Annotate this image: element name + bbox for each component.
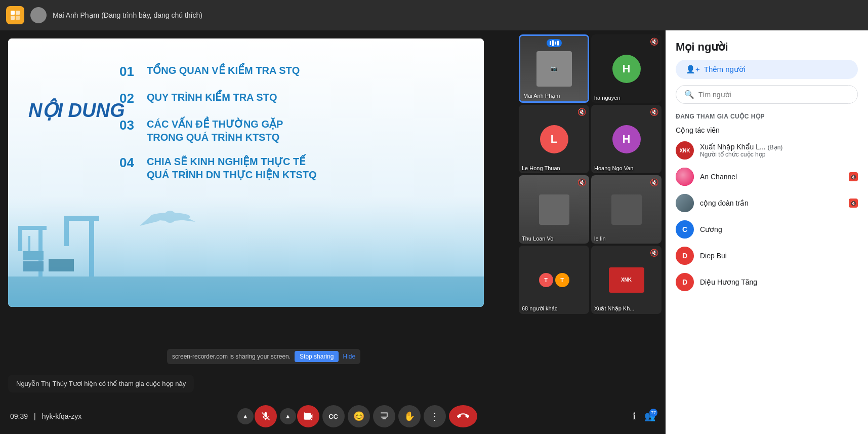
app-logo (6, 6, 24, 24)
cam-chevron-button[interactable]: ▲ (280, 408, 296, 424)
slide-item-2: 02 QUY TRÌNH KIỂM TRA STQ (119, 91, 469, 106)
meeting-id: hyk-kfqa-zyx (42, 412, 82, 420)
section-label-collaborators: Cộng tác viên (666, 123, 868, 137)
participant-role-1: Người tổ chức cuộc họp (700, 151, 858, 158)
cc-button[interactable]: CC (322, 405, 345, 427)
mic-chevron-button[interactable]: ▲ (237, 408, 254, 424)
participant-item[interactable]: D Diep Bui (672, 243, 862, 269)
slide-container: NỘI DUNG 01 TỔNG QUAN VỀ KIỂM TRA STQ 02… (8, 38, 484, 307)
current-time: 09:39 (10, 412, 28, 420)
main-content: NỘI DUNG 01 TỔNG QUAN VỀ KIỂM TRA STQ 02… (0, 30, 868, 434)
svg-rect-14 (49, 259, 74, 271)
slide-noi-dung: NỘI DUNG (28, 99, 125, 123)
add-person-label: Thêm người (704, 65, 746, 74)
search-box: 🔍 (676, 85, 858, 104)
mute-icon-le-hong-thuan: 🔇 (577, 108, 586, 116)
video-cell-ha-nguyen[interactable]: H 🔇 ha nguyen (591, 34, 662, 103)
participant-item[interactable]: C Cương (672, 216, 862, 243)
top-bar: Mai Anh Phạm (Đang trình bày, đang chú t… (0, 0, 868, 30)
item-1-num: 01 (119, 64, 140, 80)
slide-item-1: 01 TỔNG QUAN VỀ KIỂM TRA STQ (119, 64, 469, 80)
svg-rect-11 (64, 216, 99, 221)
video-name-le-hong-thuan: Le Hong Thuan (522, 165, 560, 171)
sharing-text: screen-recorder.com is sharing your scre… (172, 353, 291, 360)
participant-list: XNK Xuất Nhập Khẩu L... (Bạn) Người tổ c… (666, 137, 868, 434)
cam-group: ▲ (280, 405, 319, 427)
video-cell-thu-loan-vo[interactable]: 🔇 Thu Loan Vo (519, 175, 589, 244)
video-name-thu-loan-vo: Thu Loan Vo (522, 235, 553, 242)
section-label-joining: ĐANG THAM GIA CUỘC HỌP (666, 110, 868, 123)
svg-rect-3 (16, 16, 20, 20)
item-3-text: CÁC VẤN ĐỀ THƯỜNG GẶPTRONG QUÁ TRÌNH KTS… (147, 117, 283, 144)
svg-point-17 (164, 211, 176, 223)
video-name-hoang-ngo-van: Hoang Ngo Van (594, 165, 633, 171)
notification-toast: Nguyễn Thị Thúy Tươi hiện có thể tham gi… (8, 375, 194, 392)
video-cell-hoang-ngo-van[interactable]: H 🔇 Hoang Ngo Van (591, 105, 662, 173)
video-cell-mai-anh-pham[interactable]: 📷 Mai Anh Phạm (519, 34, 589, 103)
slide-illustration (8, 195, 484, 307)
participant-item[interactable]: XNK Xuất Nhập Khẩu L... (Bạn) Người tổ c… (672, 137, 862, 164)
participant-badge-2: 🔇 (849, 172, 858, 181)
right-panel: Mọi người 👤+ Thêm người 🔍 ĐANG THAM GIA … (666, 30, 868, 434)
participant-badge-3: 🔇 (849, 199, 858, 208)
add-person-button[interactable]: 👤+ Thêm người (676, 60, 858, 79)
item-2-text: QUY TRÌNH KIỂM TRA STQ (147, 91, 277, 104)
separator: | (34, 412, 36, 420)
emoji-button[interactable]: 😊 (348, 405, 370, 427)
video-name-mai-anh-pham: Mai Anh Phạm (523, 93, 560, 99)
mute-icon-xuat-nhap-khau: 🔇 (650, 249, 658, 257)
avatar-hoang-ngo-van: H (612, 125, 641, 153)
more-button[interactable]: ⋮ (424, 405, 446, 427)
participant-name-5: Diep Bui (700, 252, 858, 260)
video-name-le-lin: le lin (594, 235, 606, 242)
svg-rect-8 (18, 226, 22, 251)
notification-text: Nguyễn Thị Thúy Tươi hiện có thể tham gi… (16, 380, 186, 387)
mute-icon-ha-nguyen: 🔇 (650, 37, 658, 46)
hide-button[interactable]: Hide (343, 353, 355, 360)
participant-avatar-6: D (676, 273, 694, 291)
svg-rect-12 (64, 216, 69, 246)
mic-group: ▲ (237, 405, 277, 427)
video-name-others: 68 người khác (522, 305, 557, 312)
slide-background: NỘI DUNG 01 TỔNG QUAN VỀ KIỂM TRA STQ 02… (8, 38, 484, 307)
item-2-num: 02 (119, 91, 140, 106)
people-button[interactable]: 👥 77 (644, 411, 655, 422)
end-call-button[interactable] (449, 405, 477, 427)
slide-items: 01 TỔNG QUAN VỀ KIỂM TRA STQ 02 QUY TRÌN… (119, 64, 469, 192)
participant-name-1: Xuất Nhập Khẩu L... (Bạn) (700, 143, 858, 151)
participant-item[interactable]: D Diệu Hương Tăng (672, 269, 862, 295)
mute-icon-hoang-ngo-van: 🔇 (650, 108, 658, 116)
item-1-text: TỔNG QUAN VỀ KIỂM TRA STQ (147, 64, 300, 77)
add-person-icon: 👤+ (686, 65, 700, 74)
search-input[interactable] (698, 91, 849, 99)
item-4-text: CHIA SẼ KINH NGHIỆM THỰC TẾQUÁ TRÌNH DN … (147, 155, 317, 181)
hand-button[interactable]: ✋ (398, 405, 421, 427)
participant-avatar-2 (676, 168, 694, 186)
svg-rect-2 (11, 16, 15, 20)
screen-sharing-bar: screen-recorder.com is sharing your scre… (167, 349, 360, 364)
mic-button[interactable] (255, 405, 277, 427)
panel-title: Mọi người (666, 30, 868, 60)
present-button[interactable] (373, 405, 395, 427)
video-cell-le-hong-thuan[interactable]: L 🔇 Le Hong Thuan (519, 105, 589, 173)
svg-rect-1 (16, 11, 20, 15)
svg-rect-5 (8, 277, 484, 307)
participant-avatar-5: D (676, 247, 694, 265)
info-button[interactable]: ℹ (633, 411, 636, 422)
participant-name-2: An Channel (700, 173, 843, 181)
video-name-xuat-nhap-khau: Xuất Nhập Kh... (594, 305, 634, 312)
participant-info-1: Xuất Nhập Khẩu L... (Bạn) Người tổ chức … (700, 143, 858, 158)
participant-item[interactable]: cộng đoàn trần 🔇 (672, 190, 862, 216)
video-cell-xuat-nhap-khau[interactable]: XNK 🔇 Xuất Nhập Kh... (591, 246, 662, 314)
video-cell-le-lin[interactable]: 🔇 le lin (591, 175, 662, 244)
cam-button[interactable] (297, 405, 319, 427)
participant-avatar-4: C (676, 220, 694, 239)
item-4-num: 04 (119, 155, 140, 171)
avatar-ha-nguyen: H (612, 55, 641, 83)
participant-item[interactable]: An Channel 🔇 (672, 164, 862, 190)
video-cell-others[interactable]: T T 68 người khác (519, 246, 589, 314)
stop-sharing-button[interactable]: Stop sharing (295, 351, 339, 362)
svg-rect-13 (23, 261, 44, 271)
participant-avatar-3 (676, 194, 694, 212)
svg-rect-7 (18, 226, 47, 230)
